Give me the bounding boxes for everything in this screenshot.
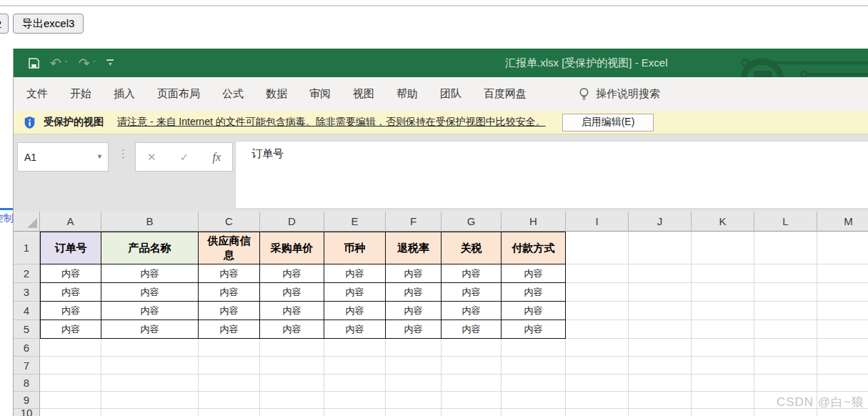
cell-J2[interactable] xyxy=(629,264,692,283)
row-header-8[interactable]: 8 xyxy=(14,375,40,392)
cell-K2[interactable] xyxy=(692,264,754,283)
cell-F3[interactable]: 内容 xyxy=(386,283,442,302)
tab-home[interactable]: 开始 xyxy=(70,87,91,101)
column-header-H[interactable]: H xyxy=(502,212,566,232)
cell-F6[interactable] xyxy=(386,339,442,357)
cell-F9[interactable] xyxy=(386,392,442,409)
cell-M6[interactable] xyxy=(817,339,868,357)
cell-M8[interactable] xyxy=(817,375,868,392)
cell-K9[interactable] xyxy=(692,392,754,409)
cell-H4[interactable]: 内容 xyxy=(502,302,566,320)
cell-C7[interactable] xyxy=(199,357,260,375)
cell-A10[interactable] xyxy=(40,409,101,416)
enable-editing-button[interactable]: 启用编辑(E) xyxy=(562,114,654,132)
row-header-4[interactable]: 4 xyxy=(14,302,40,320)
cell-I7[interactable] xyxy=(566,357,629,375)
cell-C10[interactable] xyxy=(199,409,260,416)
cell-L7[interactable] xyxy=(754,357,817,375)
cell-F8[interactable] xyxy=(386,375,442,392)
cell-L8[interactable] xyxy=(754,375,817,392)
cell-B3[interactable]: 内容 xyxy=(101,283,199,302)
save-icon[interactable] xyxy=(28,57,40,69)
cell-C9[interactable] xyxy=(199,392,260,409)
cell-L4[interactable] xyxy=(754,302,817,320)
tab-team[interactable]: 团队 xyxy=(440,87,462,101)
cell-F5[interactable]: 内容 xyxy=(386,320,442,339)
undo-dropdown-icon[interactable]: ⌄ xyxy=(64,58,69,64)
cell-M7[interactable] xyxy=(817,357,868,375)
cell-F2[interactable]: 内容 xyxy=(386,264,442,283)
redo-dropdown-icon[interactable]: ⌄ xyxy=(92,58,97,64)
cell-E8[interactable] xyxy=(324,375,386,392)
cell-G7[interactable] xyxy=(442,357,502,375)
cell-A7[interactable] xyxy=(40,357,101,375)
column-header-K[interactable]: K xyxy=(692,212,754,232)
cell-E6[interactable] xyxy=(324,339,386,357)
cell-G10[interactable] xyxy=(442,409,502,416)
insert-function-icon[interactable]: fx xyxy=(212,151,221,164)
cell-C3[interactable]: 内容 xyxy=(199,283,260,302)
cell-E2[interactable]: 内容 xyxy=(324,264,386,283)
cell-J9[interactable] xyxy=(629,392,692,409)
cell-E3[interactable]: 内容 xyxy=(324,283,386,302)
cell-K6[interactable] xyxy=(692,339,754,357)
cell-M4[interactable] xyxy=(817,302,868,320)
column-header-J[interactable]: J xyxy=(629,212,692,232)
tab-review[interactable]: 审阅 xyxy=(309,87,331,101)
cell-M5[interactable] xyxy=(817,320,868,339)
cancel-icon[interactable]: ✕ xyxy=(147,151,156,164)
cell-B10[interactable] xyxy=(101,409,199,416)
cell-G8[interactable] xyxy=(442,375,502,392)
cell-K7[interactable] xyxy=(692,357,754,375)
tab-file[interactable]: 文件 xyxy=(26,87,48,101)
cell-C4[interactable]: 内容 xyxy=(199,302,260,320)
cell-E9[interactable] xyxy=(324,392,386,409)
tab-page-layout[interactable]: 页面布局 xyxy=(157,87,200,101)
cell-B4[interactable]: 内容 xyxy=(101,302,199,320)
cell-E10[interactable] xyxy=(324,409,386,416)
cell-J7[interactable] xyxy=(629,357,692,375)
cell-D9[interactable] xyxy=(260,392,324,409)
undo-icon[interactable]: ↶ ⌄ xyxy=(50,56,69,70)
name-box[interactable]: A1 ▼ xyxy=(17,142,109,172)
column-header-B[interactable]: B xyxy=(101,212,199,232)
cell-G2[interactable]: 内容 xyxy=(442,264,502,283)
cell-D1[interactable]: 采购单价 xyxy=(260,232,324,264)
cell-C1[interactable]: 供应商信息 xyxy=(199,232,260,264)
cell-D6[interactable] xyxy=(260,339,324,357)
cell-J3[interactable] xyxy=(629,283,692,302)
cell-D3[interactable]: 内容 xyxy=(260,283,324,302)
tab-data[interactable]: 数据 xyxy=(266,87,287,101)
cell-K4[interactable] xyxy=(692,302,754,320)
tab-view[interactable]: 视图 xyxy=(353,87,374,101)
cell-L6[interactable] xyxy=(754,339,817,357)
tab-insert[interactable]: 插入 xyxy=(114,87,135,101)
cell-I4[interactable] xyxy=(566,302,629,320)
cell-I3[interactable] xyxy=(566,283,629,302)
column-header-M[interactable]: M xyxy=(817,212,868,232)
column-header-L[interactable]: L xyxy=(754,212,817,232)
cell-E7[interactable] xyxy=(324,357,386,375)
cell-K3[interactable] xyxy=(692,283,754,302)
cell-A2[interactable]: 内容 xyxy=(40,264,101,283)
cell-A3[interactable]: 内容 xyxy=(40,283,101,302)
cell-K1[interactable] xyxy=(692,232,754,264)
column-header-A[interactable]: A xyxy=(40,212,101,232)
column-header-I[interactable]: I xyxy=(566,212,629,232)
cell-H5[interactable]: 内容 xyxy=(502,320,566,339)
cell-H9[interactable] xyxy=(502,392,566,409)
cell-G4[interactable]: 内容 xyxy=(442,302,502,320)
cell-D4[interactable]: 内容 xyxy=(260,302,324,320)
cell-L3[interactable] xyxy=(754,283,817,302)
row-header-3[interactable]: 3 xyxy=(14,283,40,302)
cell-K10[interactable] xyxy=(692,409,754,416)
name-box-dropdown-icon[interactable]: ▼ xyxy=(96,153,103,160)
cell-D2[interactable]: 内容 xyxy=(260,264,324,283)
tell-me-search[interactable]: 操作说明搜索 xyxy=(579,87,660,101)
cell-K5[interactable] xyxy=(692,320,754,339)
cell-B1[interactable]: 产品名称 xyxy=(101,232,199,264)
column-header-C[interactable]: C xyxy=(199,212,260,232)
redo-icon[interactable]: ↷ ⌄ xyxy=(79,56,97,70)
cell-H7[interactable] xyxy=(502,357,566,375)
cell-A4[interactable]: 内容 xyxy=(40,302,101,320)
